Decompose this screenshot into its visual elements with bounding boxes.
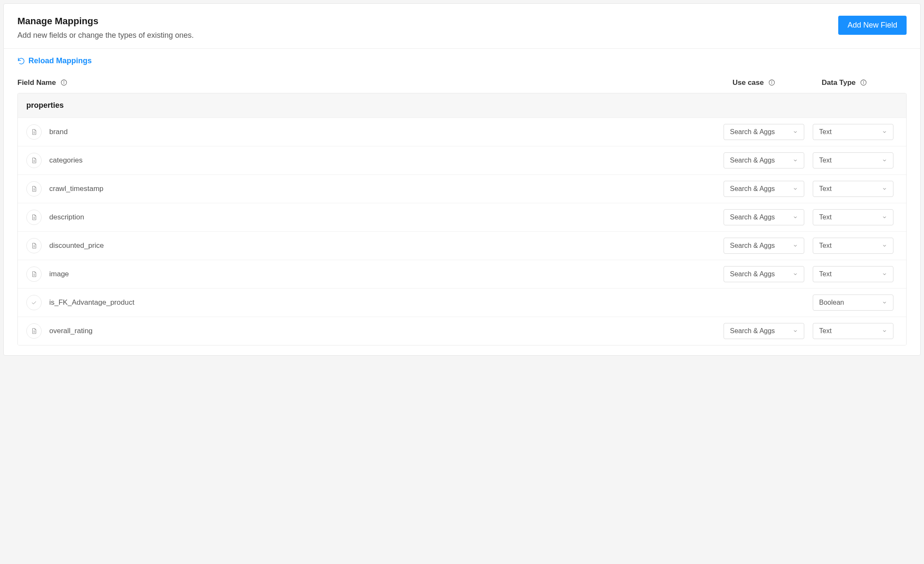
field-name: categories (49, 156, 82, 165)
header-text: Manage Mappings Add new fields or change… (17, 16, 838, 40)
row-datatype-cell: Text (813, 209, 898, 225)
chevron-down-icon (882, 272, 887, 277)
chevron-down-icon (793, 129, 798, 135)
mappings-table: properties brand Search & Aggs Text (17, 93, 907, 345)
reload-icon (17, 57, 25, 65)
field-name: overall_rating (49, 327, 93, 335)
use-case-value: Search & Aggs (730, 185, 775, 193)
data-type-select[interactable]: Text (813, 238, 893, 254)
document-icon (26, 181, 42, 196)
chevron-down-icon (882, 300, 887, 305)
use-case-value: Search & Aggs (730, 242, 775, 250)
data-type-select[interactable]: Text (813, 124, 893, 140)
use-case-value: Search & Aggs (730, 270, 775, 278)
use-case-select[interactable]: Search & Aggs (724, 152, 804, 168)
chevron-down-icon (882, 215, 887, 220)
row-left: discounted_price (26, 238, 724, 253)
data-type-value: Text (819, 270, 831, 278)
row-datatype-cell: Boolean (813, 295, 898, 311)
header: Manage Mappings Add new fields or change… (4, 4, 920, 49)
data-type-select[interactable]: Boolean (813, 295, 893, 311)
row-usecase-cell: Search & Aggs (724, 266, 813, 282)
data-type-value: Text (819, 327, 831, 335)
chevron-down-icon (882, 328, 887, 334)
document-icon (26, 323, 42, 339)
chevron-down-icon (882, 186, 887, 191)
info-icon[interactable] (768, 79, 775, 86)
row-datatype-cell: Text (813, 124, 898, 140)
use-case-label: Use case (732, 79, 764, 87)
table-row: discounted_price Search & Aggs Text (18, 231, 906, 260)
check-icon (26, 295, 42, 310)
row-datatype-cell: Text (813, 238, 898, 254)
chevron-down-icon (793, 272, 798, 277)
row-datatype-cell: Text (813, 152, 898, 168)
table-row: overall_rating Search & Aggs Text (18, 317, 906, 345)
chevron-down-icon (882, 158, 887, 163)
data-type-select[interactable]: Text (813, 209, 893, 225)
data-type-value: Text (819, 157, 831, 164)
chevron-down-icon (882, 243, 887, 248)
row-usecase-cell: Search & Aggs (724, 209, 813, 225)
field-name: brand (49, 128, 68, 136)
column-header-use-case: Use case (732, 79, 822, 87)
field-name-label: Field Name (17, 79, 56, 87)
document-icon (26, 124, 42, 140)
info-icon[interactable] (60, 79, 68, 86)
use-case-value: Search & Aggs (730, 327, 775, 335)
use-case-value: Search & Aggs (730, 157, 775, 164)
use-case-select[interactable]: Search & Aggs (724, 266, 804, 282)
data-type-value: Text (819, 185, 831, 193)
field-name: crawl_timestamp (49, 185, 104, 193)
column-header-data-type: Data Type (822, 79, 907, 87)
field-name: image (49, 270, 69, 278)
data-type-select[interactable]: Text (813, 181, 893, 197)
row-left: brand (26, 124, 724, 140)
data-type-select[interactable]: Text (813, 266, 893, 282)
table-row: image Search & Aggs Text (18, 260, 906, 288)
add-new-field-button[interactable]: Add New Field (838, 16, 907, 35)
row-datatype-cell: Text (813, 266, 898, 282)
row-usecase-cell: Search & Aggs (724, 181, 813, 197)
use-case-select[interactable]: Search & Aggs (724, 238, 804, 254)
use-case-select[interactable]: Search & Aggs (724, 323, 804, 339)
svg-point-8 (863, 81, 864, 81)
table-row: description Search & Aggs Text (18, 203, 906, 231)
use-case-select[interactable]: Search & Aggs (724, 209, 804, 225)
field-name: is_FK_Advantage_product (49, 298, 134, 307)
chevron-down-icon (793, 243, 798, 248)
chevron-down-icon (882, 129, 887, 135)
table-row: crawl_timestamp Search & Aggs Text (18, 174, 906, 203)
chevron-down-icon (793, 186, 798, 191)
document-icon (26, 267, 42, 282)
data-type-select[interactable]: Text (813, 152, 893, 168)
data-type-value: Text (819, 128, 831, 136)
reload-label: Reload Mappings (28, 56, 92, 65)
chevron-down-icon (793, 328, 798, 334)
row-datatype-cell: Text (813, 181, 898, 197)
row-usecase-cell: Search & Aggs (724, 152, 813, 168)
use-case-value: Search & Aggs (730, 213, 775, 221)
row-left: description (26, 210, 724, 225)
row-left: crawl_timestamp (26, 181, 724, 196)
info-icon[interactable] (860, 79, 867, 86)
data-type-value: Boolean (819, 299, 844, 306)
svg-point-2 (64, 81, 64, 81)
row-usecase-cell: Search & Aggs (724, 238, 813, 254)
reload-mappings-link[interactable]: Reload Mappings (17, 56, 92, 65)
table-row: is_FK_Advantage_product Boolean (18, 288, 906, 317)
data-type-select[interactable]: Text (813, 323, 893, 339)
row-usecase-cell: Search & Aggs (724, 124, 813, 140)
row-usecase-cell: Search & Aggs (724, 323, 813, 339)
use-case-value: Search & Aggs (730, 128, 775, 136)
table-row: brand Search & Aggs Text (18, 118, 906, 146)
row-left: is_FK_Advantage_product (26, 295, 724, 310)
row-left: image (26, 267, 724, 282)
svg-point-5 (772, 81, 772, 81)
table-row: categories Search & Aggs Text (18, 146, 906, 174)
use-case-select[interactable]: Search & Aggs (724, 181, 804, 197)
row-left: categories (26, 153, 724, 168)
row-datatype-cell: Text (813, 323, 898, 339)
use-case-select[interactable]: Search & Aggs (724, 124, 804, 140)
chevron-down-icon (793, 215, 798, 220)
